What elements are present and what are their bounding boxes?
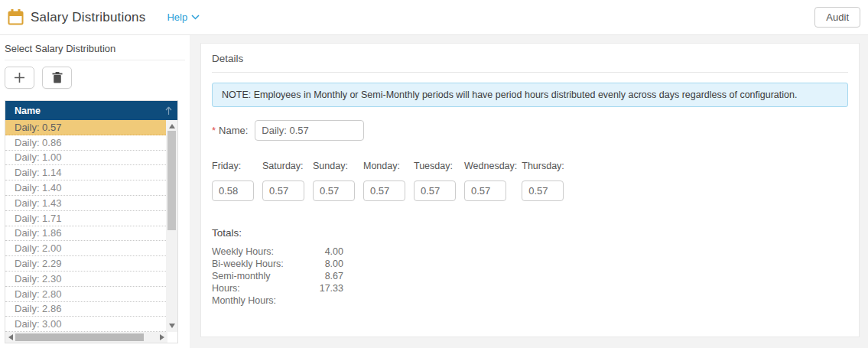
day-input-wednesday[interactable]	[464, 181, 506, 201]
help-menu-label: Help	[167, 11, 187, 23]
app-header: Salary Distributions Help Audit	[0, 0, 868, 35]
day-input-friday[interactable]	[212, 181, 254, 201]
list-body: Daily: 0.57Daily: 0.86Daily: 1.00Daily: …	[5, 120, 177, 332]
day-label: Saturday:	[262, 161, 313, 171]
name-input[interactable]	[255, 120, 364, 141]
plus-icon	[14, 72, 25, 83]
list-item[interactable]: Daily: 2.86	[5, 302, 166, 317]
list-item[interactable]: Daily: 1.71	[5, 211, 166, 226]
chevron-down-icon	[191, 15, 200, 20]
list-item[interactable]: Daily: 1.00	[5, 151, 166, 166]
name-field-label: Name:	[219, 125, 248, 136]
calendar-icon	[8, 9, 24, 25]
totals-row-label: Monthly Hours:	[212, 294, 290, 307]
trash-icon	[52, 72, 63, 83]
totals-values: 4.008.008.6717.33	[290, 246, 343, 307]
totals-row-label: Bi-weekly Hours:	[212, 258, 290, 270]
main-area: Details NOTE: Employees in Monthly or Se…	[190, 35, 868, 348]
day-column: Friday:	[212, 161, 262, 201]
list-item[interactable]: Daily: 1.40	[5, 181, 166, 196]
day-input-monday[interactable]	[363, 181, 405, 201]
totals-row-value: 8.67	[290, 270, 343, 282]
totals-row-label: Semi-monthly Hours:	[212, 270, 290, 294]
horizontal-scroll-thumb[interactable]	[15, 333, 144, 341]
vertical-scroll-thumb[interactable]	[167, 131, 176, 230]
list-item[interactable]: Daily: 1.86	[5, 226, 166, 242]
list-item[interactable]: Daily: 1.14	[5, 165, 166, 181]
day-hours-group: Friday:Saturday:Sunday:Monday:Tuesday:We…	[212, 161, 848, 201]
required-marker: *	[212, 125, 216, 136]
audit-button[interactable]: Audit	[814, 7, 860, 28]
day-input-thursday[interactable]	[522, 181, 564, 201]
list-item[interactable]: Daily: 1.43	[5, 196, 166, 211]
page-title: Salary Distributions	[31, 10, 145, 25]
totals-row-value: 8.00	[290, 258, 343, 270]
list-rows: Daily: 0.57Daily: 0.86Daily: 1.00Daily: …	[5, 120, 166, 332]
scroll-left-icon[interactable]	[8, 334, 13, 340]
day-column: Tuesday:	[414, 161, 464, 201]
list-item[interactable]: Daily: 2.00	[5, 241, 166, 256]
details-panel: Details NOTE: Employees in Monthly or Se…	[200, 43, 860, 337]
day-column: Wednesday:	[464, 161, 522, 201]
help-menu[interactable]: Help	[167, 11, 200, 23]
day-column: Thursday:	[522, 161, 572, 201]
list-toolbar	[5, 67, 190, 89]
list-item[interactable]: Daily: 0.57	[5, 120, 166, 135]
content: Select Salary Distribution Name	[0, 35, 868, 348]
name-field-row: * Name:	[212, 120, 848, 141]
day-label: Sunday:	[313, 161, 363, 171]
scroll-right-icon[interactable]	[160, 334, 164, 340]
day-label: Wednesday:	[464, 161, 522, 171]
list-item[interactable]: Daily: 0.86	[5, 135, 166, 151]
day-label: Tuesday:	[414, 161, 464, 171]
salary-distribution-list: Name Daily: 0.57Daily: 0.86Daily: 1.00Da…	[5, 100, 178, 343]
sort-ascending-icon[interactable]	[165, 106, 172, 115]
day-input-sunday[interactable]	[313, 181, 355, 201]
totals-labels: Weekly Hours:Bi-weekly Hours:Semi-monthl…	[212, 246, 290, 307]
day-column: Sunday:	[313, 161, 363, 201]
day-input-saturday[interactable]	[262, 181, 304, 201]
scroll-up-icon[interactable]	[169, 124, 175, 128]
column-header-label: Name	[15, 106, 41, 116]
note-banner: NOTE: Employees in Monthly or Semi-Month…	[212, 83, 848, 107]
totals-row-value: 17.33	[290, 282, 343, 294]
add-button[interactable]	[5, 67, 34, 89]
totals-grid: Weekly Hours:Bi-weekly Hours:Semi-monthl…	[212, 246, 848, 307]
sidebar-title: Select Salary Distribution	[5, 35, 185, 60]
delete-button[interactable]	[42, 67, 72, 89]
totals-section: Totals: Weekly Hours:Bi-weekly Hours:Sem…	[212, 227, 848, 307]
list-item[interactable]: Daily: 2.80	[5, 287, 166, 302]
day-input-tuesday[interactable]	[414, 181, 456, 201]
day-label: Thursday:	[522, 161, 572, 171]
horizontal-scrollbar[interactable]	[5, 332, 167, 343]
totals-row-value: 4.00	[290, 246, 343, 258]
scroll-down-icon[interactable]	[169, 324, 175, 328]
totals-row-label: Weekly Hours:	[212, 246, 290, 258]
list-item[interactable]: Daily: 3.00	[5, 317, 166, 332]
day-column: Monday:	[363, 161, 414, 201]
totals-title: Totals:	[212, 227, 848, 239]
list-item[interactable]: Daily: 2.30	[5, 272, 166, 287]
vertical-scrollbar[interactable]	[166, 120, 177, 332]
day-label: Monday:	[363, 161, 414, 171]
list-item[interactable]: Daily: 2.29	[5, 256, 166, 272]
sidebar: Select Salary Distribution Name	[0, 35, 190, 348]
column-header-name[interactable]: Name	[5, 101, 177, 120]
details-title: Details	[212, 53, 848, 73]
day-column: Saturday:	[262, 161, 313, 201]
day-label: Friday:	[212, 161, 262, 171]
